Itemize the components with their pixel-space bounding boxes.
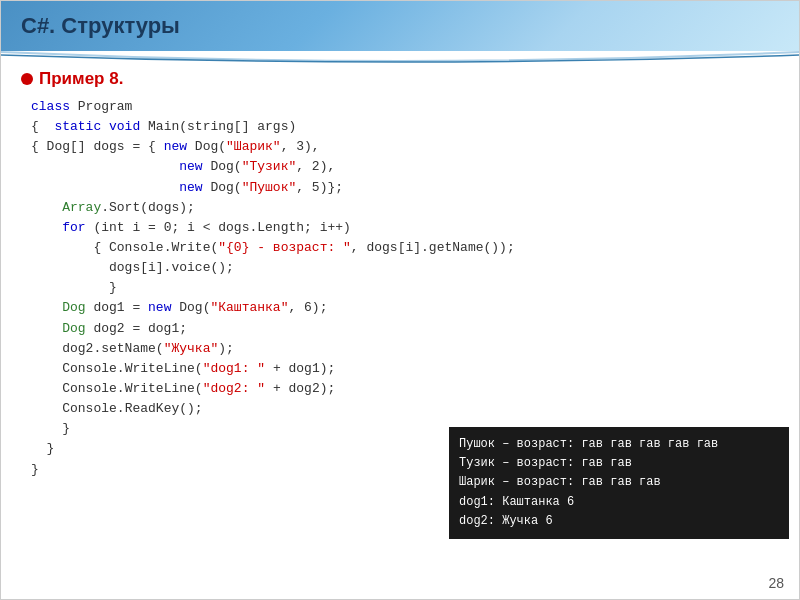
slide-title: C#. Структуры <box>21 13 180 39</box>
top-bar: C#. Структуры <box>1 1 799 51</box>
code-line: Dog dog1 = new Dog("Каштанка", 6); <box>31 298 779 318</box>
code-line: for (int i = 0; i < dogs.Length; i++) <box>31 218 779 238</box>
console-line: dog1: Каштанка 6 <box>459 493 779 512</box>
code-line: { Console.Write("{0} - возраст: ", dogs[… <box>31 238 779 258</box>
console-line: Пушок – возраст: гав гав гав гав гав <box>459 435 779 454</box>
code-line: Console.WriteLine("dog1: " + dog1); <box>31 359 779 379</box>
code-line: } <box>31 278 779 298</box>
console-line: Шарик – возраст: гав гав гав <box>459 473 779 492</box>
console-line: dog2: Жучка 6 <box>459 512 779 531</box>
console-line: Тузик – возраст: гав гав <box>459 454 779 473</box>
page-number: 28 <box>768 575 784 591</box>
code-line: Array.Sort(dogs); <box>31 198 779 218</box>
bullet-dot <box>21 73 33 85</box>
code-line: new Dog("Пушок", 5)}; <box>31 178 779 198</box>
code-line: { Dog[] dogs = { new Dog("Шарик", 3), <box>31 137 779 157</box>
slide: C#. Структуры Пример 8. class Program{ s… <box>0 0 800 600</box>
example-label-text: Пример 8. <box>39 69 123 89</box>
code-line: new Dog("Тузик", 2), <box>31 157 779 177</box>
code-line: Console.ReadKey(); <box>31 399 779 419</box>
code-line: class Program <box>31 97 779 117</box>
console-output: Пушок – возраст: гав гав гав гав гавТузи… <box>449 427 789 539</box>
curve-separator <box>1 51 799 69</box>
code-area: class Program{ static void Main(string[]… <box>21 97 779 480</box>
code-line: { static void Main(string[] args) <box>31 117 779 137</box>
code-line: dogs[i].voice(); <box>31 258 779 278</box>
code-line: Dog dog2 = dog1; <box>31 319 779 339</box>
example-label: Пример 8. <box>21 69 779 89</box>
code-line: dog2.setName("Жучка"); <box>31 339 779 359</box>
code-line: Console.WriteLine("dog2: " + dog2); <box>31 379 779 399</box>
